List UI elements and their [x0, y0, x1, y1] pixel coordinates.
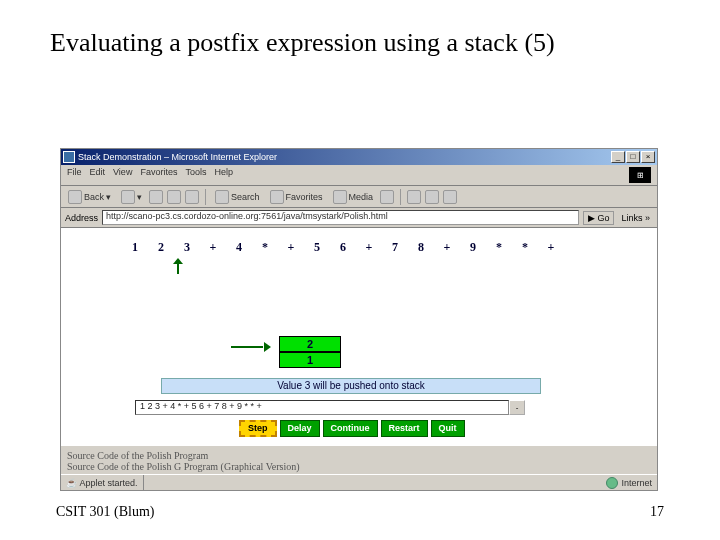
expression-input-row: 1 2 3 + 4 * + 5 6 + 7 8 + 9 * * + - [135, 400, 525, 415]
history-icon[interactable] [380, 190, 394, 204]
menu-favorites[interactable]: Favorites [140, 167, 177, 183]
token: 8 [417, 240, 425, 255]
token: 9 [469, 240, 477, 255]
star-icon [270, 190, 284, 204]
token: 7 [391, 240, 399, 255]
token: + [287, 240, 295, 255]
token: 4 [235, 240, 243, 255]
stack-cell: 2 [279, 336, 341, 352]
push-arrow-icon [231, 342, 271, 352]
token: * [521, 240, 529, 255]
token: + [547, 240, 555, 255]
ms-flag-icon: ⊞ [629, 167, 651, 183]
edit-icon[interactable] [443, 190, 457, 204]
ie-icon [63, 151, 75, 163]
mail-icon[interactable] [407, 190, 421, 204]
address-bar: Address http://scano-pc3.cs.cordozo-onli… [61, 208, 657, 228]
delay-button[interactable]: Delay [280, 420, 320, 437]
menu-help[interactable]: Help [214, 167, 233, 183]
token: * [495, 240, 503, 255]
internet-zone-icon [606, 477, 618, 489]
stop-icon[interactable] [149, 190, 163, 204]
search-button[interactable]: Search [212, 189, 263, 205]
expression-submit-button[interactable]: - [509, 400, 525, 415]
token: + [209, 240, 217, 255]
status-bar: ☕ Applet started. Internet [61, 474, 657, 490]
menu-edit[interactable]: Edit [90, 167, 106, 183]
applet-icon: ☕ [66, 478, 77, 488]
stack-cell: 1 [279, 352, 341, 368]
control-buttons: Step Delay Continue Restart Quit [239, 420, 465, 437]
token: 2 [157, 240, 165, 255]
page-number: 17 [650, 504, 664, 520]
status-zone: Internet [601, 477, 657, 489]
address-input[interactable]: http://scano-pc3.cs.cordozo-online.org:7… [102, 210, 579, 225]
restart-button[interactable]: Restart [381, 420, 428, 437]
token: + [365, 240, 373, 255]
expression-tokens: 1 2 3 + 4 * + 5 6 + 7 8 + 9 * * + [69, 234, 649, 259]
continue-button[interactable]: Continue [323, 420, 378, 437]
forward-button[interactable]: ▾ [118, 189, 145, 205]
menubar: File Edit View Favorites Tools Help ⊞ [61, 165, 657, 186]
back-icon [68, 190, 82, 204]
source-links: Source Code of the Polish Program Source… [61, 446, 657, 474]
media-button[interactable]: Media [330, 189, 377, 205]
expression-input[interactable]: 1 2 3 + 4 * + 5 6 + 7 8 + 9 * * + [135, 400, 509, 415]
quit-button[interactable]: Quit [431, 420, 465, 437]
token: 5 [313, 240, 321, 255]
token: 6 [339, 240, 347, 255]
address-label: Address [65, 213, 98, 223]
media-icon [333, 190, 347, 204]
print-icon[interactable] [425, 190, 439, 204]
toolbar-separator [205, 189, 206, 205]
applet-area: 1 2 3 + 4 * + 5 6 + 7 8 + 9 * * + 2 1 Va… [61, 228, 657, 446]
favorites-button[interactable]: Favorites [267, 189, 326, 205]
minimize-button[interactable]: _ [611, 151, 625, 163]
refresh-icon[interactable] [167, 190, 181, 204]
token: * [261, 240, 269, 255]
browser-window: Stack Demonstration – Microsoft Internet… [60, 148, 658, 491]
menu-view[interactable]: View [113, 167, 132, 183]
source-link-2[interactable]: Source Code of the Polish G Program (Gra… [67, 461, 651, 472]
maximize-button[interactable]: □ [626, 151, 640, 163]
menu-tools[interactable]: Tools [185, 167, 206, 183]
current-token-arrow-icon [174, 258, 184, 274]
toolbar: Back▾ ▾ Search Favorites Media [61, 186, 657, 208]
menu-file[interactable]: File [67, 167, 82, 183]
forward-icon [121, 190, 135, 204]
token: 3 [183, 240, 191, 255]
source-link-1[interactable]: Source Code of the Polish Program [67, 450, 651, 461]
footer-course: CSIT 301 (Blum) [56, 504, 155, 520]
home-icon[interactable] [185, 190, 199, 204]
back-button[interactable]: Back▾ [65, 189, 114, 205]
go-button[interactable]: ▶ Go [583, 211, 615, 225]
applet-message: Value 3 will be pushed onto stack [161, 378, 541, 394]
chevron-down-icon: ▾ [106, 192, 111, 202]
titlebar: Stack Demonstration – Microsoft Internet… [61, 149, 657, 165]
toolbar-separator [400, 189, 401, 205]
search-icon [215, 190, 229, 204]
chevron-down-icon: ▾ [137, 192, 142, 202]
step-button[interactable]: Step [239, 420, 277, 437]
close-button[interactable]: × [641, 151, 655, 163]
status-text: ☕ Applet started. [61, 475, 144, 490]
links-label[interactable]: Links » [618, 213, 653, 223]
stack-display: 2 1 [279, 336, 341, 368]
token: + [443, 240, 451, 255]
token: 1 [131, 240, 139, 255]
window-title: Stack Demonstration – Microsoft Internet… [78, 152, 610, 162]
slide-title: Evaluating a postfix expression using a … [0, 0, 720, 68]
